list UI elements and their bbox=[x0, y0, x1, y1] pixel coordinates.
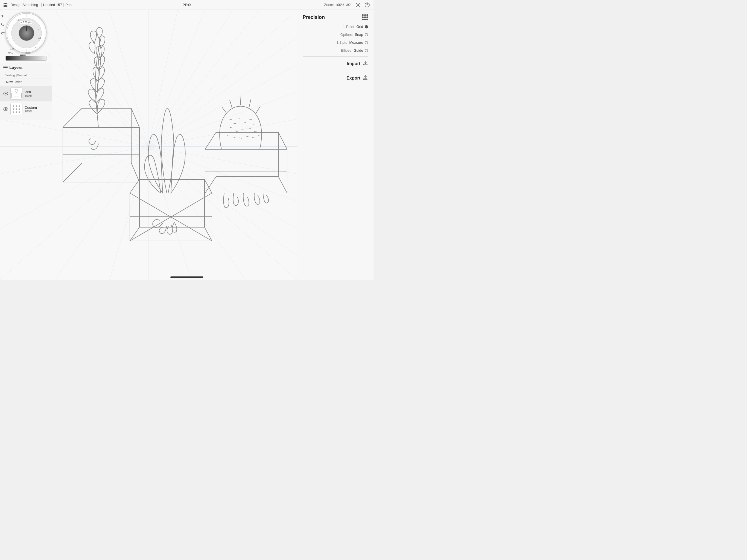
snap-label: Snap bbox=[355, 32, 363, 36]
radial-circle[interactable]: 1.32 ‹ › Ag 1.01 ~ 3.16 = 3.23 pts bbox=[5, 12, 47, 53]
sorting-label: Sorting bbox=[5, 74, 15, 77]
svg-line-67 bbox=[149, 147, 297, 256]
precision-row-measure[interactable]: 1:1 pts Measure bbox=[303, 41, 368, 45]
svg-line-115 bbox=[240, 96, 241, 105]
svg-line-81 bbox=[63, 108, 82, 127]
new-layer-button[interactable]: + New Layer bbox=[0, 78, 52, 86]
svg-line-86 bbox=[131, 163, 139, 182]
snap-sub-label: Options bbox=[340, 32, 353, 36]
svg-line-69 bbox=[149, 147, 246, 280]
home-indicator bbox=[170, 276, 203, 278]
svg-point-35 bbox=[5, 93, 6, 94]
svg-line-72 bbox=[109, 147, 149, 280]
precision-row-snap[interactable]: Options Snap bbox=[303, 32, 368, 36]
svg-rect-31 bbox=[3, 66, 8, 67]
guide-radio[interactable] bbox=[365, 49, 368, 52]
radial-tool[interactable]: 3.23 1.32 bbox=[5, 12, 49, 67]
svg-line-82 bbox=[131, 108, 139, 127]
svg-line-70 bbox=[149, 147, 191, 280]
svg-rect-36 bbox=[11, 93, 21, 98]
layer-info-pen: Pen 100% bbox=[25, 90, 48, 97]
radial-pct2: 100% bbox=[25, 52, 31, 54]
import-icon bbox=[363, 60, 368, 67]
layer-visibility-custom[interactable] bbox=[3, 107, 8, 111]
panel-divider-1 bbox=[303, 56, 368, 57]
color-bar[interactable] bbox=[5, 56, 47, 61]
export-label: Export bbox=[346, 76, 360, 81]
svg-line-62 bbox=[149, 119, 297, 147]
right-panel: Precision 1-Point Grid Options Snap 1:1 … bbox=[297, 10, 374, 280]
measure-radio[interactable] bbox=[365, 41, 368, 44]
svg-rect-4 bbox=[5, 5, 6, 6]
layer-info-custom: Custom 100% bbox=[25, 105, 48, 113]
precision-row-guide[interactable]: Ellipse Guide bbox=[303, 48, 368, 52]
svg-text:3.16: 3.16 bbox=[10, 48, 14, 50]
svg-point-42 bbox=[12, 108, 14, 110]
help-icon[interactable] bbox=[364, 2, 370, 8]
pointer-tool[interactable] bbox=[1, 14, 5, 19]
zoom-angle: ↺0° bbox=[345, 3, 352, 7]
layer-thumb-pen bbox=[10, 87, 22, 100]
precision-row-grid[interactable]: 1-Point Grid bbox=[303, 25, 368, 29]
layer-visibility-pen[interactable] bbox=[3, 91, 8, 96]
layer-name-custom: Custom bbox=[25, 105, 48, 110]
zoom-label: Zoom: 100% ↺0° bbox=[324, 3, 352, 7]
grid-label: Grid bbox=[356, 25, 363, 29]
export-action[interactable]: Export bbox=[303, 75, 368, 81]
svg-line-104 bbox=[205, 132, 216, 149]
svg-rect-7 bbox=[5, 6, 6, 7]
svg-rect-119 bbox=[363, 64, 367, 65]
import-action[interactable]: Import bbox=[303, 60, 368, 67]
svg-rect-32 bbox=[3, 67, 8, 68]
layer-opacity-custom: 100% bbox=[25, 110, 48, 113]
app-name: Design Sketching bbox=[10, 3, 38, 7]
zoom-value[interactable]: 100% bbox=[335, 3, 344, 7]
layers-header: Layers bbox=[0, 63, 52, 72]
svg-rect-8 bbox=[6, 6, 7, 7]
separator1: | bbox=[41, 2, 42, 7]
layer-thumb-custom bbox=[10, 103, 22, 115]
svg-rect-30 bbox=[26, 28, 27, 31]
sorting-value: Manual bbox=[17, 74, 27, 77]
svg-rect-0 bbox=[4, 3, 5, 4]
svg-point-40 bbox=[16, 105, 17, 107]
grid-radio[interactable] bbox=[365, 25, 368, 28]
svg-point-43 bbox=[16, 108, 17, 110]
guide-sub-label: Ellipse bbox=[341, 48, 351, 52]
layer-opacity-pen: 100% bbox=[25, 94, 48, 97]
svg-text:Ag: Ag bbox=[38, 36, 41, 39]
svg-point-11 bbox=[367, 6, 367, 6]
svg-text:›: › bbox=[38, 28, 39, 31]
svg-line-118 bbox=[222, 107, 227, 114]
redo-tool[interactable] bbox=[1, 31, 5, 36]
layers-menu-icon[interactable] bbox=[3, 66, 8, 70]
svg-line-108 bbox=[278, 177, 287, 193]
svg-rect-1 bbox=[5, 3, 6, 4]
svg-line-60 bbox=[149, 65, 297, 147]
grid-dots-icon[interactable] bbox=[362, 14, 368, 20]
svg-rect-33 bbox=[3, 69, 8, 69]
panel-title: Precision bbox=[303, 14, 368, 20]
svg-point-9 bbox=[357, 4, 359, 6]
layer-item-pen[interactable]: Pen 100% bbox=[0, 86, 52, 101]
sorting-row[interactable]: ↕ Sorting | Manual bbox=[0, 72, 52, 78]
layer-item-custom[interactable]: Custom 100% bbox=[0, 101, 52, 117]
svg-line-18 bbox=[38, 20, 40, 22]
svg-rect-6 bbox=[4, 6, 5, 7]
app-menu-icon[interactable] bbox=[3, 3, 8, 7]
undo-tool[interactable] bbox=[1, 23, 5, 27]
snap-radio[interactable] bbox=[365, 33, 368, 36]
svg-line-19 bbox=[13, 44, 15, 47]
layers-title: Layers bbox=[9, 65, 22, 70]
svg-point-41 bbox=[19, 105, 20, 107]
settings-icon[interactable] bbox=[355, 2, 361, 8]
radial-pts-label: = 3.23 pts bbox=[19, 20, 33, 24]
document-name[interactable]: Untitled 157 bbox=[43, 3, 62, 7]
svg-line-114 bbox=[230, 100, 232, 109]
svg-line-105 bbox=[278, 132, 287, 149]
svg-line-74 bbox=[0, 147, 149, 280]
svg-line-76 bbox=[0, 147, 149, 174]
svg-line-116 bbox=[249, 99, 251, 108]
svg-line-16 bbox=[13, 20, 15, 22]
svg-point-39 bbox=[12, 105, 14, 107]
